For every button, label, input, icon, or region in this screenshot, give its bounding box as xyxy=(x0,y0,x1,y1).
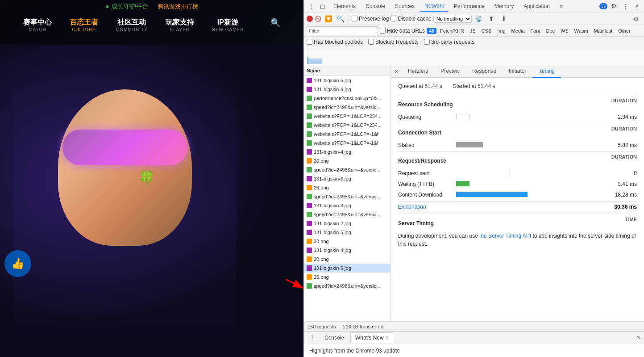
content-download-label: Content Download xyxy=(398,192,456,198)
queued-at: Queued at 51.44 s xyxy=(398,83,442,89)
hide-data-urls-checkbox[interactable]: Hide data URLs xyxy=(380,28,425,34)
file-item[interactable]: 30.png xyxy=(304,237,391,246)
filter-fetch-xhr[interactable]: Fetch/XHR xyxy=(438,28,466,34)
file-item[interactable]: 131-bigskin-4.jpg xyxy=(304,246,391,255)
waiting-ttfb-row: Waiting (TTFB) 3.41 ms xyxy=(398,179,637,189)
file-item[interactable]: webvitals?FCP=-1&LCP=-1&f xyxy=(304,139,391,147)
filter-wasm[interactable]: Wasm xyxy=(572,28,590,34)
tab-preview[interactable]: Preview xyxy=(434,65,466,78)
resource-scheduling-header: Resource Scheduling DURATION xyxy=(398,95,637,110)
record-button[interactable] xyxy=(307,16,313,22)
tab-elements[interactable]: Elements xyxy=(329,1,360,11)
filter-media[interactable]: Media xyxy=(509,28,527,34)
file-item[interactable]: 131-bigskin-6.jpg xyxy=(304,85,391,94)
tab-initiator[interactable]: Initiator xyxy=(503,65,532,78)
console-kebab-icon[interactable]: ⋮ xyxy=(307,332,318,343)
filter-manifest[interactable]: Manifest xyxy=(592,28,615,34)
filter-css[interactable]: CSS xyxy=(479,28,494,34)
close-icon[interactable]: × xyxy=(632,1,642,12)
file-item[interactable]: 131-bigskin-3.jpg xyxy=(304,201,391,210)
filter-img[interactable]: Img xyxy=(495,28,507,34)
nav-link[interactable]: 腾讯游戏排行榜 xyxy=(158,3,198,11)
file-item[interactable]: 131-bigskin-2.jpg xyxy=(304,219,391,228)
file-item[interactable]: speed?id=2498&uin=&versic... xyxy=(304,281,391,290)
search-icon[interactable]: 🔍 xyxy=(335,13,346,24)
nav-item-player[interactable]: 玩家支持 PLAYER xyxy=(166,18,194,32)
devtools-move-icon[interactable]: ⋮ xyxy=(306,1,316,12)
filter-input[interactable] xyxy=(307,26,378,35)
file-list-header: Name xyxy=(304,65,391,76)
file-item-selected[interactable]: 131-bigskin-6.jpg xyxy=(304,264,391,273)
close-detail-icon[interactable]: × xyxy=(391,66,402,77)
tab-application[interactable]: Application xyxy=(519,1,554,11)
search-icon[interactable]: 🔍 xyxy=(270,18,280,32)
request-response-title: Request/Response xyxy=(398,158,446,164)
disable-cache-checkbox[interactable]: Disable cache xyxy=(391,16,431,22)
nav-item-match[interactable]: 赛事中心 MATCH xyxy=(23,18,52,32)
file-item[interactable]: speed?id=2498&uin=&versic... xyxy=(304,192,391,201)
settings-icon[interactable]: ⚙ xyxy=(608,1,619,12)
tab-performance[interactable]: Performance xyxy=(449,1,489,11)
file-item[interactable]: performance?dnsLookup=0&... xyxy=(304,94,391,103)
file-icon-png xyxy=(307,185,312,190)
tab-response[interactable]: Response xyxy=(466,65,503,78)
filter-other[interactable]: Other xyxy=(616,28,633,34)
tab-network[interactable]: Network xyxy=(420,1,449,12)
filter-all[interactable]: All xyxy=(427,28,436,34)
tab-headers[interactable]: Headers xyxy=(402,65,434,78)
file-icon-jpg xyxy=(307,248,312,253)
file-item[interactable]: speed?id=2498&uin=&versic... xyxy=(304,103,391,112)
filter-doc[interactable]: Doc xyxy=(544,28,557,34)
nav-item-community[interactable]: 社区互动 COMMUNITY xyxy=(116,18,148,32)
throttle-select[interactable]: No throttling xyxy=(433,15,472,23)
preserve-log-checkbox[interactable]: Preserve log xyxy=(352,16,389,22)
file-item[interactable]: 131-bigskin-4.jpg xyxy=(304,147,391,156)
has-blocked-cookies-checkbox[interactable]: Has blocked cookies xyxy=(307,39,363,45)
file-item[interactable]: speed?id=2498&uin=&versic... xyxy=(304,210,391,219)
file-item[interactable]: webvitals?FCP=-1&LCP=234... xyxy=(304,121,391,130)
tab-sources[interactable]: Sources xyxy=(391,1,419,11)
file-item[interactable]: 26.png xyxy=(304,183,391,192)
file-item[interactable]: 26.png xyxy=(304,273,391,281)
nav-item-culture[interactable]: 百态王者 CULTURE xyxy=(70,18,98,32)
filter-js[interactable]: JS xyxy=(468,28,478,34)
whats-new-close-icon[interactable]: × xyxy=(386,335,388,340)
filter-icon[interactable]: 🔽 xyxy=(323,13,333,24)
file-item[interactable]: webvitals?FCP=-1&LCP=-1&f xyxy=(304,130,391,139)
queueing-row: Queueing 2.84 ms xyxy=(398,112,637,122)
devtools-dock-icon[interactable]: ◻ xyxy=(317,1,328,12)
file-item[interactable]: 20.png xyxy=(304,255,391,264)
close-all-icon[interactable]: × xyxy=(637,334,640,341)
file-item[interactable]: webvitals?FCP=-1&LCP=234... xyxy=(304,112,391,121)
file-item[interactable]: 20.png xyxy=(304,156,391,165)
filter-ws[interactable]: WS xyxy=(558,28,571,34)
file-name: webvitals?FCP=-1&LCP=234... xyxy=(314,113,388,119)
tab-whats-new[interactable]: What's New × xyxy=(350,332,393,343)
file-item[interactable]: 131-bigskin-5.jpg xyxy=(304,228,391,237)
tab-more[interactable]: » xyxy=(555,1,567,11)
file-name: 131-bigskin-6.jpg xyxy=(314,265,388,271)
explanation-link[interactable]: Explanation xyxy=(398,204,426,210)
waiting-ttfb-bar-area xyxy=(456,181,606,187)
tab-console[interactable]: Console xyxy=(361,1,390,11)
filter-font[interactable]: Font xyxy=(528,28,543,34)
tab-memory[interactable]: Memory xyxy=(490,1,518,11)
tab-console-bottom[interactable]: Console xyxy=(320,333,349,343)
file-item[interactable]: 131-bigskin-5.jpg xyxy=(304,76,391,85)
server-timing-api-link[interactable]: the Server Timing API xyxy=(479,233,531,239)
wifi-icon[interactable]: 📡 xyxy=(474,13,484,24)
stop-button[interactable]: 🚫 xyxy=(315,16,321,22)
download-icon[interactable]: ⬇ xyxy=(499,13,509,24)
upload-icon[interactable]: ⬆ xyxy=(486,13,497,24)
blocked-requests-checkbox[interactable]: Blocked Requests xyxy=(368,39,419,45)
more-options-icon[interactable]: ⋮ xyxy=(620,1,631,12)
filter-type-tags: All Fetch/XHR JS CSS Img Media Font Doc … xyxy=(427,28,633,34)
third-party-checkbox[interactable]: 3rd-party requests xyxy=(424,39,474,45)
file-item[interactable]: speed?id=2498&uin=&versic... xyxy=(304,165,391,174)
content-download-bar-area xyxy=(456,192,606,198)
nav-item-newgames[interactable]: IP新游 NEW GAMES xyxy=(212,18,244,32)
file-name: 131-bigskin-2.jpg xyxy=(314,221,388,226)
settings-network-icon[interactable]: ⚙ xyxy=(631,13,641,24)
tab-timing[interactable]: Timing xyxy=(532,65,561,78)
file-item[interactable]: 131-bigskin-6.jpg xyxy=(304,174,391,183)
